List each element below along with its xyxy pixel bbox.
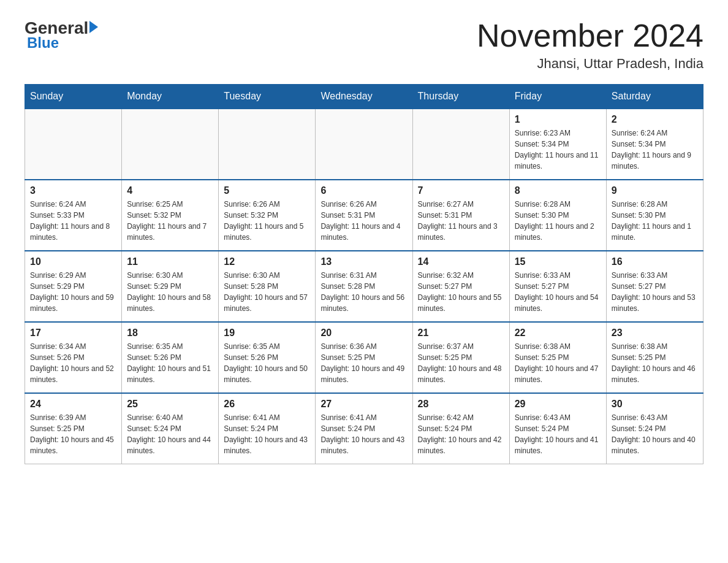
calendar-cell: 28Sunrise: 6:42 AM Sunset: 5:24 PM Dayli…: [412, 393, 509, 464]
day-info: Sunrise: 6:34 AM Sunset: 5:26 PM Dayligh…: [30, 341, 116, 385]
day-info: Sunrise: 6:31 AM Sunset: 5:28 PM Dayligh…: [320, 270, 407, 314]
day-number: 7: [418, 185, 504, 196]
calendar-header-row: SundayMondayTuesdayWednesdayThursdayFrid…: [25, 85, 703, 109]
day-info: Sunrise: 6:24 AM Sunset: 5:34 PM Dayligh…: [612, 128, 698, 172]
logo-blue: Blue: [25, 34, 59, 52]
day-info: Sunrise: 6:40 AM Sunset: 5:24 PM Dayligh…: [127, 412, 213, 456]
day-info: Sunrise: 6:37 AM Sunset: 5:25 PM Dayligh…: [418, 341, 504, 385]
day-number: 2: [612, 114, 698, 125]
day-info: Sunrise: 6:26 AM Sunset: 5:32 PM Dayligh…: [224, 199, 310, 243]
day-number: 11: [127, 256, 213, 267]
calendar-cell: [412, 109, 509, 180]
calendar-cell: 26Sunrise: 6:41 AM Sunset: 5:24 PM Dayli…: [219, 393, 316, 464]
calendar-cell: 23Sunrise: 6:38 AM Sunset: 5:25 PM Dayli…: [606, 322, 703, 393]
day-number: 6: [320, 185, 407, 196]
calendar-cell: 15Sunrise: 6:33 AM Sunset: 5:27 PM Dayli…: [509, 251, 606, 322]
day-number: 17: [30, 327, 116, 339]
day-info: Sunrise: 6:38 AM Sunset: 5:25 PM Dayligh…: [612, 341, 698, 385]
calendar-cell: [219, 109, 316, 180]
calendar-cell: 27Sunrise: 6:41 AM Sunset: 5:24 PM Dayli…: [316, 393, 412, 464]
title-area: November 2024 Jhansi, Uttar Pradesh, Ind…: [477, 18, 703, 72]
weekday-header-thursday: Thursday: [412, 85, 509, 109]
day-info: Sunrise: 6:25 AM Sunset: 5:32 PM Dayligh…: [127, 199, 213, 243]
calendar-cell: 18Sunrise: 6:35 AM Sunset: 5:26 PM Dayli…: [122, 322, 219, 393]
day-number: 14: [418, 256, 504, 267]
page-header: General Blue November 2024 Jhansi, Uttar…: [25, 18, 703, 72]
day-number: 4: [127, 185, 213, 196]
calendar-cell: 6Sunrise: 6:26 AM Sunset: 5:31 PM Daylig…: [316, 180, 412, 251]
day-info: Sunrise: 6:32 AM Sunset: 5:27 PM Dayligh…: [418, 270, 504, 314]
week-row-2: 3Sunrise: 6:24 AM Sunset: 5:33 PM Daylig…: [25, 180, 703, 251]
week-row-3: 10Sunrise: 6:29 AM Sunset: 5:29 PM Dayli…: [25, 251, 703, 322]
calendar-cell: 12Sunrise: 6:30 AM Sunset: 5:28 PM Dayli…: [219, 251, 316, 322]
calendar-cell: 9Sunrise: 6:28 AM Sunset: 5:30 PM Daylig…: [606, 180, 703, 251]
calendar-cell: 5Sunrise: 6:26 AM Sunset: 5:32 PM Daylig…: [219, 180, 316, 251]
calendar-table: SundayMondayTuesdayWednesdayThursdayFrid…: [25, 84, 703, 464]
day-number: 22: [515, 327, 601, 339]
day-number: 5: [224, 185, 310, 196]
weekday-header-wednesday: Wednesday: [316, 85, 412, 109]
day-number: 29: [515, 399, 601, 410]
weekday-header-saturday: Saturday: [606, 85, 703, 109]
day-number: 21: [418, 327, 504, 339]
weekday-header-tuesday: Tuesday: [219, 85, 316, 109]
day-info: Sunrise: 6:38 AM Sunset: 5:25 PM Dayligh…: [515, 341, 601, 385]
calendar-cell: 3Sunrise: 6:24 AM Sunset: 5:33 PM Daylig…: [25, 180, 122, 251]
calendar-cell: 21Sunrise: 6:37 AM Sunset: 5:25 PM Dayli…: [412, 322, 509, 393]
day-info: Sunrise: 6:39 AM Sunset: 5:25 PM Dayligh…: [30, 412, 116, 456]
calendar-cell: 13Sunrise: 6:31 AM Sunset: 5:28 PM Dayli…: [316, 251, 412, 322]
calendar-cell: 11Sunrise: 6:30 AM Sunset: 5:29 PM Dayli…: [122, 251, 219, 322]
calendar-cell: 19Sunrise: 6:35 AM Sunset: 5:26 PM Dayli…: [219, 322, 316, 393]
day-number: 20: [320, 327, 407, 339]
day-number: 9: [612, 185, 698, 196]
day-info: Sunrise: 6:42 AM Sunset: 5:24 PM Dayligh…: [418, 412, 504, 456]
calendar-cell: 8Sunrise: 6:28 AM Sunset: 5:30 PM Daylig…: [509, 180, 606, 251]
day-number: 23: [612, 327, 698, 339]
day-info: Sunrise: 6:28 AM Sunset: 5:30 PM Dayligh…: [515, 199, 601, 243]
weekday-header-monday: Monday: [122, 85, 219, 109]
calendar-cell: 2Sunrise: 6:24 AM Sunset: 5:34 PM Daylig…: [606, 109, 703, 180]
day-info: Sunrise: 6:27 AM Sunset: 5:31 PM Dayligh…: [418, 199, 504, 243]
week-row-5: 24Sunrise: 6:39 AM Sunset: 5:25 PM Dayli…: [25, 393, 703, 464]
day-number: 30: [612, 399, 698, 410]
day-number: 27: [320, 399, 407, 410]
calendar-cell: [122, 109, 219, 180]
week-row-1: 1Sunrise: 6:23 AM Sunset: 5:34 PM Daylig…: [25, 109, 703, 180]
day-info: Sunrise: 6:33 AM Sunset: 5:27 PM Dayligh…: [612, 270, 698, 314]
day-number: 3: [30, 185, 116, 196]
day-info: Sunrise: 6:28 AM Sunset: 5:30 PM Dayligh…: [612, 199, 698, 243]
day-number: 12: [224, 256, 310, 267]
day-info: Sunrise: 6:33 AM Sunset: 5:27 PM Dayligh…: [515, 270, 601, 314]
weekday-header-sunday: Sunday: [25, 85, 122, 109]
calendar-cell: 24Sunrise: 6:39 AM Sunset: 5:25 PM Dayli…: [25, 393, 122, 464]
day-number: 16: [612, 256, 698, 267]
calendar-cell: 20Sunrise: 6:36 AM Sunset: 5:25 PM Dayli…: [316, 322, 412, 393]
day-info: Sunrise: 6:43 AM Sunset: 5:24 PM Dayligh…: [515, 412, 601, 456]
day-number: 13: [320, 256, 407, 267]
day-number: 28: [418, 399, 504, 410]
day-info: Sunrise: 6:41 AM Sunset: 5:24 PM Dayligh…: [320, 412, 407, 456]
day-number: 24: [30, 399, 116, 410]
calendar-cell: [25, 109, 122, 180]
calendar-cell: 30Sunrise: 6:43 AM Sunset: 5:24 PM Dayli…: [606, 393, 703, 464]
day-info: Sunrise: 6:24 AM Sunset: 5:33 PM Dayligh…: [30, 199, 116, 243]
calendar-cell: 25Sunrise: 6:40 AM Sunset: 5:24 PM Dayli…: [122, 393, 219, 464]
day-number: 25: [127, 399, 213, 410]
day-info: Sunrise: 6:30 AM Sunset: 5:28 PM Dayligh…: [224, 270, 310, 314]
calendar-cell: 7Sunrise: 6:27 AM Sunset: 5:31 PM Daylig…: [412, 180, 509, 251]
month-title: November 2024: [477, 18, 703, 53]
calendar-cell: 22Sunrise: 6:38 AM Sunset: 5:25 PM Dayli…: [509, 322, 606, 393]
weekday-header-friday: Friday: [509, 85, 606, 109]
day-number: 19: [224, 327, 310, 339]
day-info: Sunrise: 6:23 AM Sunset: 5:34 PM Dayligh…: [515, 128, 601, 172]
day-info: Sunrise: 6:43 AM Sunset: 5:24 PM Dayligh…: [612, 412, 698, 456]
calendar-cell: 1Sunrise: 6:23 AM Sunset: 5:34 PM Daylig…: [509, 109, 606, 180]
week-row-4: 17Sunrise: 6:34 AM Sunset: 5:26 PM Dayli…: [25, 322, 703, 393]
calendar-cell: 17Sunrise: 6:34 AM Sunset: 5:26 PM Dayli…: [25, 322, 122, 393]
day-info: Sunrise: 6:26 AM Sunset: 5:31 PM Dayligh…: [320, 199, 407, 243]
logo: General Blue: [25, 18, 98, 52]
calendar-cell: [316, 109, 412, 180]
calendar-cell: 14Sunrise: 6:32 AM Sunset: 5:27 PM Dayli…: [412, 251, 509, 322]
day-info: Sunrise: 6:35 AM Sunset: 5:26 PM Dayligh…: [224, 341, 310, 385]
day-number: 26: [224, 399, 310, 410]
